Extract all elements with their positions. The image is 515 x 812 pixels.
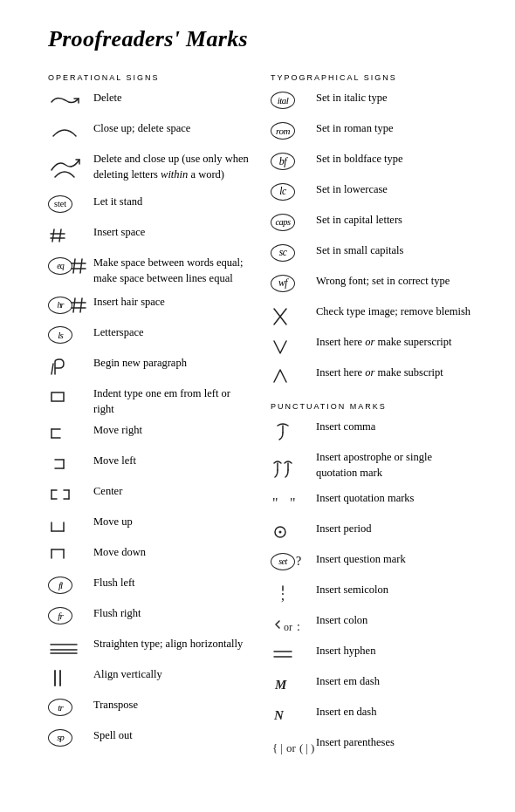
list-item: Begin new paragraph — [48, 356, 253, 380]
list-item: Check type image; remove blemish — [271, 304, 476, 329]
page: Proofreaders' Marks Operational Signs De… — [0, 0, 515, 812]
hyphen-symbol — [271, 644, 316, 664]
svg-text:M: M — [274, 678, 287, 692]
hrhash-symbol: hr — [48, 295, 93, 315]
indent-label: Indent type one em from left or right — [93, 386, 253, 417]
svg-text:(: ( — [299, 741, 303, 754]
tr-circle: tr — [48, 699, 72, 716]
list-item: Insert hyphen — [271, 644, 476, 668]
eqhash-symbol: eq — [48, 256, 93, 276]
svg-text:N: N — [273, 708, 285, 722]
question-label: Insert question mark — [316, 552, 406, 568]
flushright-label: Flush right — [93, 606, 141, 622]
straighten-symbol — [48, 637, 93, 657]
svg-text:": " — [290, 495, 296, 510]
list-item: stet Let it stand — [48, 194, 253, 219]
list-item: fl Flush left — [48, 576, 253, 600]
hr-circle: hr — [48, 297, 72, 314]
svg-line-5 — [80, 259, 82, 273]
closeup-label: Close up; delete space — [93, 121, 190, 137]
list-item: Move right — [48, 423, 253, 447]
moveleft-label: Move left — [93, 454, 136, 469]
list-item: bf Set in boldface type — [271, 152, 476, 176]
endash-symbol: N — [271, 705, 316, 725]
svg-text:|: | — [280, 741, 283, 754]
svg-text:": " — [272, 495, 278, 510]
movedown-symbol — [48, 545, 93, 565]
subscript-symbol — [271, 365, 316, 389]
list-item: wf Wrong font; set in correct type — [271, 274, 476, 298]
apostrophe-symbol — [271, 450, 316, 479]
list-item: ital Set in italic type — [271, 91, 476, 115]
list-item: tr Transpose — [48, 698, 253, 722]
parens-label: Insert parentheses — [316, 735, 395, 751]
svg-text:{: { — [272, 741, 278, 754]
svg-text:or: or — [286, 741, 297, 754]
moveleft-symbol — [48, 454, 93, 474]
delete-label: Delete — [93, 91, 122, 106]
lc-label: Set in lowercase — [316, 182, 388, 198]
alignvert-symbol — [48, 667, 93, 687]
list-item: Insert comma — [271, 420, 476, 444]
moveup-symbol — [48, 515, 93, 535]
colon-label: Insert colon — [316, 613, 367, 629]
list-item: Delete — [48, 91, 253, 115]
caps-symbol: caps — [271, 213, 316, 231]
fr-circle: fr — [48, 607, 72, 624]
svg-rect-12 — [52, 392, 64, 401]
list-item: rom Set in roman type — [271, 121, 476, 146]
superscript-label: Insert here or make superscript — [316, 335, 452, 351]
spellout-symbol: sp — [48, 728, 93, 747]
rom-circle: rom — [271, 122, 295, 140]
svg-point-23 — [279, 531, 282, 534]
sc-circle: sc — [271, 244, 295, 262]
svg-line-0 — [52, 229, 54, 242]
flushright-symbol: fr — [48, 606, 93, 624]
list-item: Insert here or make superscript — [271, 335, 476, 359]
stet-label: Let it stand — [93, 194, 142, 210]
list-item: Move up — [48, 515, 253, 539]
list-item: ls Letterspace — [48, 325, 253, 350]
svg-line-4 — [73, 259, 75, 273]
svg-text:|: | — [306, 741, 308, 754]
list-item: M Insert em dash — [271, 674, 476, 699]
question-symbol: set ? — [271, 552, 316, 570]
list-item: Move down — [48, 545, 253, 570]
semicolon-symbol: ; — [271, 583, 316, 606]
apostrophe-label: Insert apostrophe or single quotation ma… — [316, 450, 476, 481]
list-item: " " Insert quotation marks — [271, 491, 476, 515]
moveright-label: Move right — [93, 423, 142, 439]
svg-text:or: or — [284, 621, 292, 633]
list-item: sc Set in small capitals — [271, 243, 476, 268]
operational-header: Operational Signs — [48, 73, 253, 82]
flushleft-symbol: fl — [48, 576, 93, 594]
period-symbol — [271, 522, 316, 542]
svg-line-1 — [59, 229, 61, 242]
center-symbol — [48, 484, 93, 504]
ls-circle: ls — [48, 326, 72, 344]
ls-label: Letterspace — [93, 325, 144, 341]
checkx-symbol — [271, 304, 316, 328]
svg-text::: : — [297, 620, 300, 633]
bf-circle: bf — [271, 153, 295, 170]
caps-circle: caps — [271, 214, 295, 231]
list-item: Indent type one em from left or right — [48, 386, 253, 417]
question-circle: set — [271, 553, 295, 570]
svg-line-9 — [80, 298, 82, 312]
list-item: hr Insert hair space — [48, 295, 253, 319]
quotmarks-label: Insert quotation marks — [316, 491, 414, 507]
punctuation-header: Punctuation Marks — [271, 402, 476, 411]
superscript-symbol — [271, 335, 316, 358]
list-item: Delete and close up (use only when delet… — [48, 152, 253, 188]
list-item: lc Set in lowercase — [271, 182, 476, 207]
alignvert-label: Align vertically — [93, 667, 162, 683]
list-item: fr Flush right — [48, 606, 253, 631]
emdash-symbol: M — [271, 674, 316, 694]
transpose-symbol: tr — [48, 698, 93, 716]
straighten-label: Straighten type; align horizontally — [93, 637, 243, 652]
list-item: Straighten type; align horizontally — [48, 637, 253, 661]
lc-symbol: lc — [271, 182, 316, 201]
colon-symbol: or : — [271, 613, 316, 637]
lc-circle: lc — [271, 183, 295, 201]
transpose-label: Transpose — [93, 698, 138, 713]
